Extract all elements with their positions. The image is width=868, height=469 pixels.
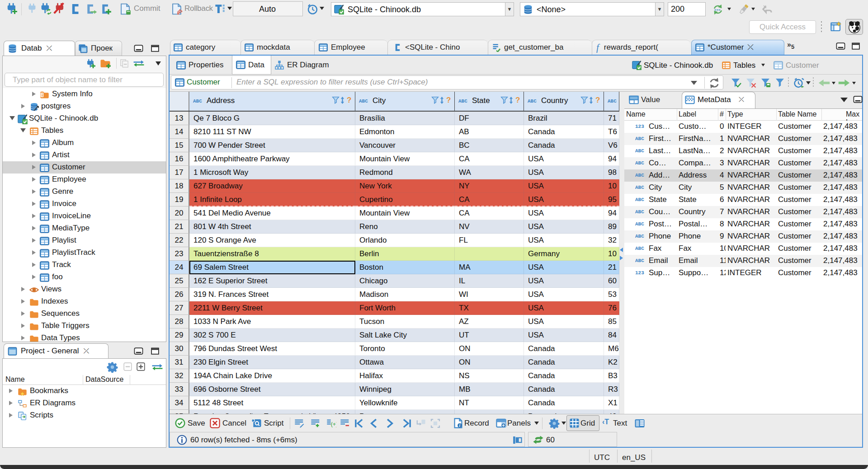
svg-text:(+): (+)	[331, 421, 336, 427]
svg-text:i: i	[459, 423, 461, 428]
